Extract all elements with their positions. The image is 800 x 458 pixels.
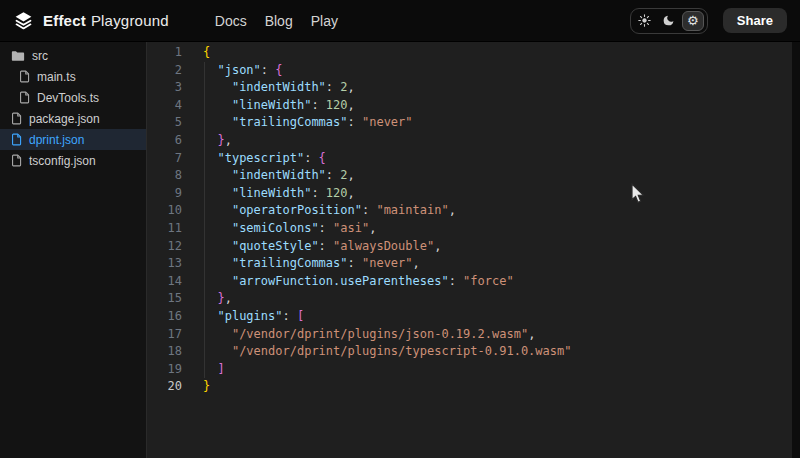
line-number: 1 [147,44,203,62]
file-icon [11,154,22,167]
code-line[interactable]: 18 "/vendor/dprint/plugins/typescript-0.… [147,343,792,361]
line-number: 4 [147,97,203,115]
line-number: 13 [147,255,203,273]
code-line[interactable]: 4 "lineWidth": 120, [147,97,792,115]
code-line[interactable]: 13 "trailingCommas": "never", [147,255,792,273]
code-line[interactable]: 20} [147,378,792,396]
line-number: 20 [147,378,203,396]
code-text: "trailingCommas": "never" [203,114,413,132]
code-line[interactable]: 16 "plugins": [ [147,308,792,326]
sidebar-item-package-json[interactable]: package.json [0,108,146,129]
file-icon [11,133,22,146]
main-area: srcmain.tsDevTools.tspackage.jsondprint.… [0,42,800,458]
right-edge-strip [792,42,800,458]
code-line[interactable]: 10 "operatorPosition": "maintain", [147,202,792,220]
theme-dark-button[interactable] [658,11,680,31]
header-right: ⚙ Share [630,8,787,34]
file-icon [19,91,30,104]
sidebar-item-label: main.ts [37,70,76,84]
file-icon [19,70,30,83]
code-text: "operatorPosition": "maintain", [203,202,456,220]
brand[interactable]: EffectPlayground [13,10,169,31]
line-number: 19 [147,361,203,379]
code-text: ] [203,361,225,379]
code-text: { [203,44,210,62]
moon-icon [662,14,675,27]
sidebar-item-devtools-ts[interactable]: DevTools.ts [0,87,146,108]
code-lines: 1{2 "json": {3 "indentWidth": 2,4 "lineW… [147,44,792,396]
file-icon [11,112,22,125]
code-editor[interactable]: 1{2 "json": {3 "indentWidth": 2,4 "lineW… [147,42,792,458]
code-line[interactable]: 15 }, [147,290,792,308]
header: EffectPlayground Docs Blog Play [0,0,800,42]
line-number: 17 [147,326,203,344]
sidebar-item-label: DevTools.ts [37,91,99,105]
code-text: "plugins": [ [203,308,304,326]
code-line[interactable]: 17 "/vendor/dprint/plugins/json-0.19.2.w… [147,326,792,344]
code-line[interactable]: 9 "lineWidth": 120, [147,185,792,203]
sidebar-item-label: tsconfig.json [29,154,96,168]
code-text: "indentWidth": 2, [203,79,355,97]
code-line[interactable]: 19 ] [147,361,792,379]
main-nav: Docs Blog Play [215,13,338,29]
effect-logo-icon [13,10,34,31]
nav-link-docs[interactable]: Docs [215,13,247,29]
line-number: 9 [147,185,203,203]
code-line[interactable]: 6 }, [147,132,792,150]
code-text: "arrowFunction.useParentheses": "force" [203,273,514,291]
code-text: "trailingCommas": "never", [203,255,420,273]
sidebar-item-main-ts[interactable]: main.ts [0,66,146,87]
theme-toggle: ⚙ [630,8,708,34]
code-text: "lineWidth": 120, [203,185,355,203]
code-text: "/vendor/dprint/plugins/typescript-0.91.… [203,343,571,361]
line-number: 3 [147,79,203,97]
gear-icon: ⚙ [687,14,699,27]
folder-icon [11,50,25,62]
line-number: 18 [147,343,203,361]
code-text: } [203,378,210,396]
nav-link-play[interactable]: Play [311,13,338,29]
indent-guide [204,62,205,379]
code-line[interactable]: 11 "semiColons": "asi", [147,220,792,238]
sidebar-item-label: dprint.json [29,133,84,147]
file-explorer-sidebar: srcmain.tsDevTools.tspackage.jsondprint.… [0,42,147,458]
code-line[interactable]: 1{ [147,44,792,62]
sidebar-item-dprint-json[interactable]: dprint.json [0,129,146,150]
line-number: 2 [147,62,203,80]
code-line[interactable]: 12 "quoteStyle": "alwaysDouble", [147,238,792,256]
code-line[interactable]: 5 "trailingCommas": "never" [147,114,792,132]
line-number: 6 [147,132,203,150]
line-number: 7 [147,150,203,168]
sun-icon [638,14,651,27]
code-text: "lineWidth": 120, [203,97,355,115]
sidebar-item-label: package.json [29,112,100,126]
code-line[interactable]: 2 "json": { [147,62,792,80]
code-text: "typescript": { [203,150,326,168]
code-line[interactable]: 7 "typescript": { [147,150,792,168]
sidebar-item-label: src [32,49,48,63]
line-number: 10 [147,202,203,220]
line-number: 12 [147,238,203,256]
code-line[interactable]: 3 "indentWidth": 2, [147,79,792,97]
share-button[interactable]: Share [723,8,787,33]
theme-light-button[interactable] [634,11,656,31]
sidebar-item-src[interactable]: src [0,45,146,66]
nav-link-blog[interactable]: Blog [265,13,293,29]
sidebar-item-tsconfig-json[interactable]: tsconfig.json [0,150,146,171]
file-tree: srcmain.tsDevTools.tspackage.jsondprint.… [0,45,146,171]
code-text: "indentWidth": 2, [203,167,355,185]
app-title: EffectPlayground [43,12,169,29]
line-number: 15 [147,290,203,308]
line-number: 11 [147,220,203,238]
code-text: }, [203,132,232,150]
code-line[interactable]: 14 "arrowFunction.useParentheses": "forc… [147,273,792,291]
line-number: 16 [147,308,203,326]
line-number: 8 [147,167,203,185]
theme-system-button[interactable]: ⚙ [682,11,704,31]
line-number: 14 [147,273,203,291]
code-text: }, [203,290,232,308]
code-text: "/vendor/dprint/plugins/json-0.19.2.wasm… [203,326,535,344]
code-text: "semiColons": "asi", [203,220,376,238]
code-text: "json": { [203,62,283,80]
code-line[interactable]: 8 "indentWidth": 2, [147,167,792,185]
